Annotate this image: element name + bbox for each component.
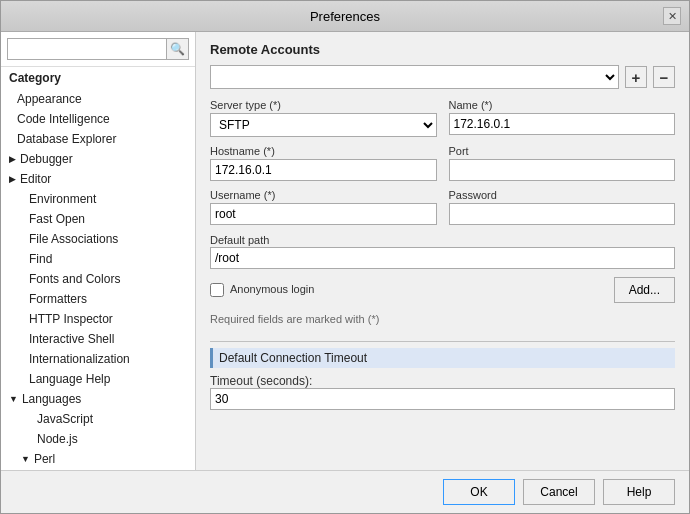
sidebar-item-find[interactable]: Find	[1, 249, 195, 269]
arrow-icon: ▶	[9, 154, 16, 164]
default-path-input[interactable]	[210, 247, 675, 269]
sidebar-item-formatters[interactable]: Formatters	[1, 289, 195, 309]
search-wrap: 🔍	[1, 32, 195, 67]
port-label: Port	[449, 145, 676, 157]
name-input[interactable]	[449, 113, 676, 135]
username-label: Username (*)	[210, 189, 437, 201]
anonymous-login-checkbox[interactable]	[210, 283, 224, 297]
port-input[interactable]	[449, 159, 676, 181]
ok-button[interactable]: OK	[443, 479, 515, 505]
category-label: Category	[1, 67, 195, 89]
password-label: Password	[449, 189, 676, 201]
sidebar-item-fast-open[interactable]: Fast Open	[1, 209, 195, 229]
anonymous-login-row: Anonymous login	[210, 283, 314, 297]
name-label: Name (*)	[449, 99, 676, 111]
required-note: Required fields are marked with (*)	[210, 313, 675, 325]
remove-account-button[interactable]: −	[653, 66, 675, 88]
hostname-input[interactable]	[210, 159, 437, 181]
sidebar-item-debugger[interactable]: ▶Debugger	[1, 149, 195, 169]
server-type-group: Server type (*) SFTP FTP WebDAV	[210, 99, 437, 137]
sidebar-item-nodejs[interactable]: Node.js	[1, 429, 195, 449]
sidebar-item-environment[interactable]: Environment	[1, 189, 195, 209]
password-input[interactable]	[449, 203, 676, 225]
sidebar: 🔍 Category Appearance Code Intelligence …	[1, 32, 196, 470]
preferences-dialog: Preferences ✕ 🔍 Category Appearance Code…	[0, 0, 690, 514]
server-name-row: Server type (*) SFTP FTP WebDAV Name (*)	[210, 99, 675, 137]
name-group: Name (*)	[449, 99, 676, 137]
main-content: 🔍 Category Appearance Code Intelligence …	[1, 32, 689, 470]
add-button[interactable]: Add...	[614, 277, 675, 303]
anon-add-row: Anonymous login Add...	[210, 277, 675, 305]
username-group: Username (*)	[210, 189, 437, 225]
sidebar-item-code-intelligence[interactable]: Code Intelligence	[1, 109, 195, 129]
help-button[interactable]: Help	[603, 479, 675, 505]
add-account-button[interactable]: +	[625, 66, 647, 88]
section-divider	[210, 341, 675, 342]
sidebar-item-database-explorer[interactable]: Database Explorer	[1, 129, 195, 149]
dialog-title: Preferences	[27, 9, 663, 24]
port-group: Port	[449, 145, 676, 181]
password-group: Password	[449, 189, 676, 225]
timeout-section-title: Default Connection Timeout	[210, 348, 675, 368]
timeout-label: Timeout (seconds):	[210, 374, 312, 388]
username-password-row: Username (*) Password	[210, 189, 675, 225]
sidebar-item-languages[interactable]: ▼Languages	[1, 389, 195, 409]
search-input[interactable]	[7, 38, 167, 60]
right-panel: Remote Accounts + − Server type (*) SFTP…	[196, 32, 689, 470]
sidebar-item-appearance[interactable]: Appearance	[1, 89, 195, 109]
anonymous-login-label: Anonymous login	[230, 283, 314, 295]
timeout-input[interactable]	[210, 388, 675, 410]
sidebar-item-file-associations[interactable]: File Associations	[1, 229, 195, 249]
sidebar-item-language-help[interactable]: Language Help	[1, 369, 195, 389]
title-bar: Preferences ✕	[1, 1, 689, 32]
account-row: + −	[210, 65, 675, 89]
sidebar-item-http-inspector[interactable]: HTTP Inspector	[1, 309, 195, 329]
sidebar-item-fonts-and-colors[interactable]: Fonts and Colors	[1, 269, 195, 289]
default-path-row: Default path	[210, 233, 675, 269]
hostname-group: Hostname (*)	[210, 145, 437, 181]
hostname-port-row: Hostname (*) Port	[210, 145, 675, 181]
server-type-select[interactable]: SFTP FTP WebDAV	[210, 113, 437, 137]
close-button[interactable]: ✕	[663, 7, 681, 25]
timeout-row: Timeout (seconds):	[210, 374, 675, 410]
sidebar-item-internationalization[interactable]: Internationalization	[1, 349, 195, 369]
section-title: Remote Accounts	[210, 42, 675, 57]
dialog-footer: OK Cancel Help	[1, 470, 689, 513]
server-type-label: Server type (*)	[210, 99, 437, 111]
sidebar-item-interactive-shell[interactable]: Interactive Shell	[1, 329, 195, 349]
arrow-icon: ▼	[21, 454, 30, 464]
hostname-label: Hostname (*)	[210, 145, 437, 157]
arrow-icon: ▶	[9, 174, 16, 184]
sidebar-item-perl[interactable]: ▼Perl	[1, 449, 195, 469]
sidebar-item-editor[interactable]: ▶Editor	[1, 169, 195, 189]
sidebar-item-javascript[interactable]: JavaScript	[1, 409, 195, 429]
default-path-label: Default path	[210, 234, 269, 246]
username-input[interactable]	[210, 203, 437, 225]
arrow-icon: ▼	[9, 394, 18, 404]
cancel-button[interactable]: Cancel	[523, 479, 595, 505]
search-icon-button[interactable]: 🔍	[167, 38, 189, 60]
account-select[interactable]	[210, 65, 619, 89]
